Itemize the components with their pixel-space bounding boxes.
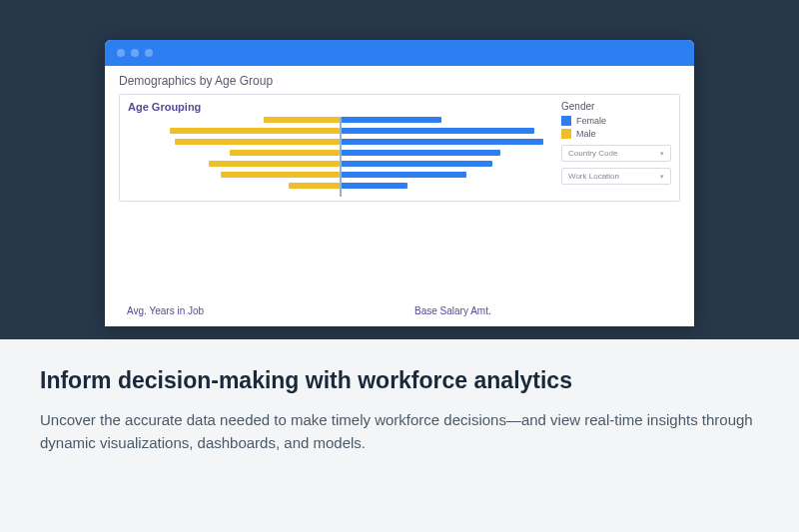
legend-title: Gender	[561, 101, 671, 112]
legend-label: Male	[576, 129, 596, 139]
caption-body: Uncover the accurate data needed to make…	[40, 408, 759, 455]
bar-female	[340, 161, 492, 167]
bar-female	[340, 128, 534, 134]
legend-item-female: Female	[561, 116, 671, 126]
window-dot-icon	[117, 49, 125, 57]
bar-female	[340, 150, 500, 156]
legend-item-male: Male	[561, 129, 671, 139]
bar-male	[264, 117, 340, 123]
avg-years-panel: Avg. Years in Job	[119, 212, 393, 316]
age-grouping-chart	[128, 117, 551, 197]
legend-label: Female	[576, 116, 606, 126]
base-salary-label: Base Salary Amt.	[406, 305, 680, 316]
avg-years-chart	[119, 212, 393, 301]
filter-label: Country Code	[568, 149, 617, 158]
bar-male	[289, 183, 340, 189]
bar-female	[340, 172, 466, 178]
age-grouping-label: Age Grouping	[128, 101, 551, 113]
bar-male	[230, 150, 340, 156]
bar-male	[221, 172, 340, 178]
window-dot-icon	[131, 49, 139, 57]
dashboard-window: Demographics by Age Group Age Grouping G…	[105, 40, 694, 326]
filter-label: Work Location	[568, 172, 619, 181]
chevron-down-icon: ▾	[660, 173, 664, 181]
bar-female	[340, 183, 407, 189]
base-salary-panel: Base Salary Amt.	[406, 212, 680, 316]
hero-backdrop: Demographics by Age Group Age Grouping G…	[0, 0, 799, 339]
age-grouping-panel: Age Grouping Gender Female M	[119, 94, 680, 202]
chevron-down-icon: ▾	[660, 150, 664, 158]
bar-female	[340, 139, 543, 145]
filter-location-dropdown[interactable]: Work Location ▾	[561, 168, 671, 185]
center-line	[340, 117, 342, 197]
caption-area: Inform decision-making with workforce an…	[0, 339, 799, 532]
bar-male	[209, 161, 340, 167]
dashboard-title: Demographics by Age Group	[119, 74, 680, 88]
window-dot-icon	[145, 49, 153, 57]
window-titlebar	[105, 40, 694, 66]
swatch-icon	[561, 116, 571, 126]
filter-country-dropdown[interactable]: Country Code ▾	[561, 145, 671, 162]
caption-headline: Inform decision-making with workforce an…	[40, 367, 759, 394]
bar-male	[175, 139, 340, 145]
bar-female	[340, 117, 441, 123]
base-salary-chart	[406, 212, 680, 301]
swatch-icon	[561, 129, 571, 139]
bar-male	[170, 128, 340, 134]
avg-years-label: Avg. Years in Job	[119, 305, 393, 316]
